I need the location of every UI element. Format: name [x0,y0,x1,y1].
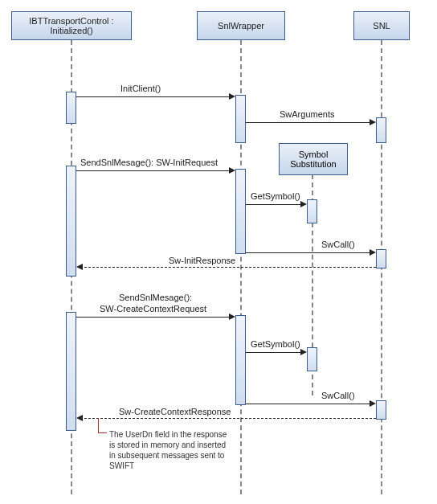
arrowhead-sendcreate [229,313,235,320]
arrowhead-initclient [229,93,235,100]
lifeline-head-snl: SNL [353,11,410,40]
msg-initclient: InitClient() [120,84,161,93]
footnote-text: The UserDn field in the response is stor… [109,429,230,471]
arrow-sendcreate [76,317,231,318]
arrow-createresponse [80,418,376,419]
arrow-initresponse [80,267,376,268]
footnote-bracket [98,418,107,433]
arrowhead-initresponse [76,264,83,270]
lifeline-title: SnlWrapper [218,21,264,31]
msg-sendinit: SendSnlMesage(): SW-InitRequest [80,158,218,167]
arrowhead-getsymbol1 [300,201,307,207]
activation-snl-1 [376,117,386,143]
msg-swcall1: SwCall() [321,240,355,249]
arrowhead-sendinit [229,167,235,174]
lifeline-head-ibt: IBTTransportControl : Initialized() [11,11,132,40]
msg-swarguments: SwArguments [280,109,334,119]
arrowhead-swcall1 [370,249,376,256]
arrow-getsymbol1 [246,204,303,205]
msg-sendcreate-l2: SW-CreateContextRequest [100,304,206,313]
activation-ibt-2 [66,166,76,277]
note-text: Symbol Substitution [284,150,342,169]
arrow-swcall2 [246,404,372,404]
arrowhead-getsymbol2 [300,349,307,355]
arrow-swarguments [246,122,372,123]
arrow-swcall1 [246,252,372,253]
msg-initresponse: Sw-InitResponse [169,256,235,265]
arrow-sendinit [76,170,231,171]
msg-swcall2: SwCall() [321,391,355,400]
activation-snlw-2 [235,169,246,254]
msg-createresponse: Sw-CreateContextResponse [119,407,231,416]
msg-getsymbol2: GetSymbol() [251,339,300,349]
activation-snl-3 [376,400,386,420]
activation-ibt-3 [66,312,76,431]
msg-getsymbol1: GetSymbol() [251,191,300,201]
lifeline-title: IBTTransportControl : Initialized() [15,16,128,35]
arrow-getsymbol2 [246,352,303,353]
activation-snl-2 [376,249,386,268]
arrowhead-swcall2 [370,400,376,407]
note-symbol-substitution: Symbol Substitution [279,143,348,175]
activation-snlw-3 [235,315,246,405]
lifeline-title: SNL [373,21,390,31]
activation-ibt-1 [66,92,76,124]
arrowhead-swarguments [370,119,376,125]
activation-sym-2 [307,199,317,223]
arrowhead-createresponse [76,415,83,421]
msg-sendcreate-l1: SendSnlMesage(): [119,293,192,302]
activation-snlw-1 [235,95,246,143]
arrow-initclient [76,96,231,97]
lifeline-head-snlwrapper: SnlWrapper [197,11,285,40]
activation-sym-3 [307,347,317,371]
